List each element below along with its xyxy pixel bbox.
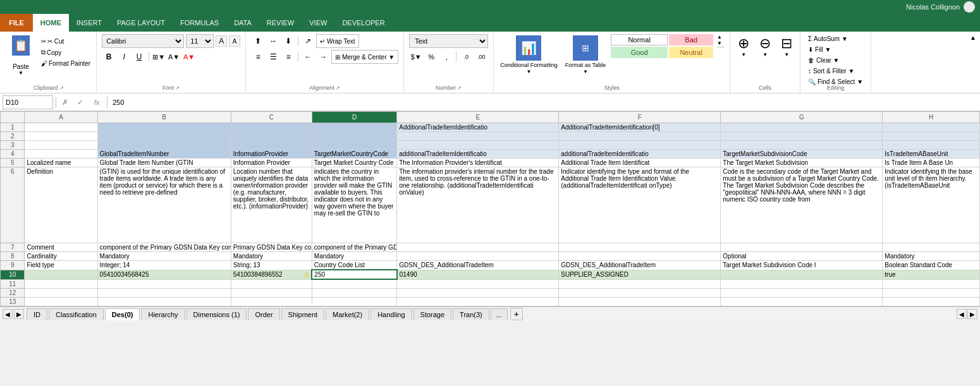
formula-input[interactable] [110, 99, 977, 106]
table-row: 5 Localized name Global Trade Item Numbe… [1, 159, 980, 167]
sheet-tab-dimensions1[interactable]: Dimensions (1) [187, 308, 247, 320]
formula-confirm-icon[interactable]: ✓ [74, 96, 87, 109]
sheet-tab-classification[interactable]: Classification [49, 308, 104, 320]
merge-center-button[interactable]: ⊞ Merge & Center ▼ [331, 50, 398, 64]
sheet-tab-hierarchy[interactable]: Hierarchy [141, 308, 185, 320]
align-bottom-button[interactable]: ⬇ [281, 34, 295, 48]
row-header-13[interactable]: 13 [1, 297, 25, 306]
font-color-button[interactable]: A▼ [182, 50, 196, 64]
row-header-7[interactable]: 7 [1, 243, 25, 252]
accounting-format-button[interactable]: $▼ [409, 50, 423, 64]
col-header-a[interactable]: A [25, 112, 97, 123]
col-header-d[interactable]: D [312, 112, 396, 123]
align-center-button[interactable]: ☰ [266, 50, 280, 64]
comma-button[interactable]: , [439, 50, 453, 64]
sheet-tab-id[interactable]: ID [27, 308, 47, 320]
sheet-tab-des0[interactable]: Des(0) [105, 308, 140, 320]
font-size-select[interactable]: 11 [186, 34, 214, 48]
paste-button[interactable]: 📋 Paste ▼ [5, 34, 37, 77]
sort-filter-button[interactable]: ↕ Sort & Filter ▼ [805, 66, 857, 76]
fill-button[interactable]: ⬇ Fill ▼ [805, 45, 833, 54]
align-middle-button[interactable]: ↔ [266, 34, 280, 48]
align-left-button[interactable]: ≡ [251, 50, 265, 64]
style-neutral-cell[interactable]: Neutral [669, 47, 713, 58]
percent-button[interactable]: % [424, 50, 438, 64]
align-right-button[interactable]: ≡ [281, 50, 295, 64]
orientation-button[interactable]: ↗ [301, 34, 315, 48]
col-header-f[interactable]: F [559, 112, 721, 123]
underline-button[interactable]: U [132, 50, 146, 64]
tab-home[interactable]: HOME [33, 14, 69, 32]
style-bad-cell[interactable]: Bad [669, 34, 713, 45]
tab-file[interactable]: FILE [0, 14, 33, 32]
row-header-8[interactable]: 8 [1, 252, 25, 261]
copy-button[interactable]: ⧉Copy [39, 47, 92, 57]
tab-view[interactable]: VIEW [302, 14, 334, 32]
tab-formulas[interactable]: FORMULAS [173, 14, 226, 32]
indent-increase-button[interactable]: → [316, 50, 330, 64]
row-header-9[interactable]: 9 [1, 261, 25, 270]
styles-dropdown-arrow[interactable]: ▲ ▼ [716, 34, 726, 47]
scroll-right-button[interactable]: ▶ [967, 309, 977, 319]
sheet-tab-tran3[interactable]: Tran(3) [453, 308, 489, 320]
row-header-5[interactable]: 5 [1, 159, 25, 167]
formula-cancel-icon[interactable]: ✗ [59, 96, 71, 109]
align-top-button[interactable]: ⬆ [251, 34, 265, 48]
col-header-h[interactable]: H [883, 112, 980, 123]
next-sheet-button[interactable]: ▶ [14, 309, 24, 319]
tab-page-layout[interactable]: PAGE LAYOUT [109, 14, 173, 32]
decimal-increase-button[interactable]: .0 [459, 50, 473, 64]
row-header-11[interactable]: 11 [1, 279, 25, 288]
formula-fx-icon[interactable]: fx [89, 96, 104, 109]
clear-button[interactable]: 🗑 Clear ▼ [805, 56, 842, 65]
col-header-b[interactable]: B [97, 112, 231, 123]
style-good-cell[interactable]: Good [611, 47, 668, 58]
row-header-10[interactable]: 10 [1, 270, 25, 279]
cut-button[interactable]: ✂✂ Cut [39, 37, 92, 46]
format-as-table-button[interactable]: ⊞ Format as Table ▼ [563, 34, 608, 76]
conditional-formatting-button[interactable]: 📊 Conditional Formatting ▼ [498, 34, 560, 76]
wrap-text-button[interactable]: ↵ Wrap Text [316, 34, 358, 48]
tab-data[interactable]: DATA [226, 14, 259, 32]
tab-review[interactable]: REVIEW [259, 14, 302, 32]
number-format-select[interactable]: Text [409, 34, 488, 48]
font-size-increase-button[interactable]: A [216, 35, 227, 47]
insert-button[interactable]: ⊕ ▼ [735, 34, 752, 59]
format-button[interactable]: ⊟ ▼ [778, 34, 795, 59]
sheet-tab-shipment[interactable]: Shipment [281, 308, 324, 320]
fill-color-button[interactable]: A▼ [167, 50, 181, 64]
format-painter-button[interactable]: 🖌Format Painter [39, 59, 92, 68]
ribbon-collapse-button[interactable]: ▲ [967, 32, 979, 93]
tab-developer[interactable]: DEVELOPER [334, 14, 392, 32]
decimal-decrease-button[interactable]: .00 [474, 50, 488, 64]
font-family-select[interactable]: Calibri [102, 34, 184, 48]
delete-button[interactable]: ⊖ ▼ [757, 34, 773, 59]
style-normal-cell[interactable]: Normal [611, 34, 668, 45]
cell-reference-box[interactable]: D10 [3, 95, 53, 109]
autosum-button[interactable]: Σ AutoSum ▼ [805, 34, 850, 44]
row-header-1[interactable]: 1 [1, 123, 25, 132]
sheet-tab-order[interactable]: Order [248, 308, 279, 320]
row-header-2[interactable]: 2 [1, 132, 25, 141]
sheet-tab-storage[interactable]: Storage [413, 308, 452, 320]
clipboard-group: 📋 Paste ▼ ✂✂ Cut ⧉Copy 🖌Format Painter C… [1, 32, 97, 93]
scroll-left-button[interactable]: ◀ [957, 309, 967, 319]
col-header-c[interactable]: C [231, 112, 312, 123]
prev-sheet-button[interactable]: ◀ [3, 309, 13, 319]
tab-insert[interactable]: INSERT [69, 14, 109, 32]
sheet-tab-market2[interactable]: Market(2) [326, 308, 369, 320]
row-header-3[interactable]: 3 [1, 141, 25, 150]
row-header-4[interactable]: 4 [1, 150, 25, 159]
col-header-g[interactable]: G [721, 112, 883, 123]
sheet-tab-more[interactable]: ... [491, 308, 508, 320]
border-button[interactable]: ⊞▼ [152, 50, 166, 64]
row-header-12[interactable]: 12 [1, 288, 25, 297]
col-header-e[interactable]: E [397, 112, 559, 123]
indent-decrease-button[interactable]: ← [301, 50, 315, 64]
font-size-decrease-button[interactable]: A [229, 35, 240, 47]
italic-button[interactable]: I [117, 50, 131, 64]
sheet-tab-handling[interactable]: Handling [371, 308, 412, 320]
add-sheet-button[interactable]: + [510, 308, 523, 320]
bold-button[interactable]: B [102, 50, 116, 64]
row-header-6[interactable]: 6 [1, 167, 25, 243]
